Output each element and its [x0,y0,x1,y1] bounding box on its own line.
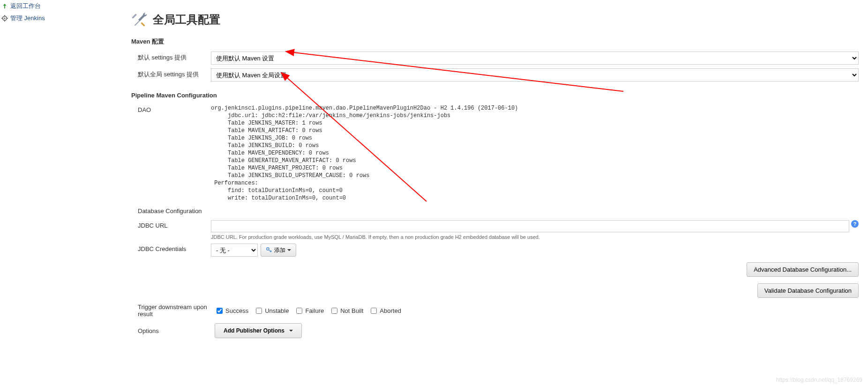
trigger-aborted[interactable]: Aborted [369,306,401,315]
trigger-failure-checkbox[interactable] [296,308,302,314]
maven-section-title: Maven 配置 [131,37,859,46]
trigger-aborted-checkbox[interactable] [371,308,377,314]
jdbc-credentials-select[interactable]: - 无 - [211,244,258,257]
nav-manage-link[interactable]: 管理 Jenkins [10,14,45,22]
dao-details: org.jenkinsci.plugins.pipeline.maven.dao… [211,104,859,202]
page-header: 全局工具配置 [131,10,859,29]
key-icon [266,247,272,253]
tools-icon [131,10,150,29]
arrow-up-icon [1,2,8,10]
settings-provider-label: 默认 settings 提供 [131,50,211,67]
settings-provider-select[interactable]: 使用默认 Maven 设置 [211,52,859,65]
page-title: 全局工具配置 [153,12,220,27]
jdbc-url-label: JDBC URL [131,218,211,242]
jdbc-url-input[interactable] [211,220,849,232]
sidebar: 返回工作台 管理 Jenkins [0,0,131,341]
svg-rect-6 [141,22,145,26]
pipeline-section-title: Pipeline Maven Configuration [131,92,859,99]
advanced-db-config-button[interactable]: Advanced Database Configuration... [747,262,859,277]
main-content: 全局工具配置 Maven 配置 默认 settings 提供 使用默认 Mave… [131,0,868,341]
svg-rect-7 [132,14,137,19]
chevron-down-icon [289,330,293,332]
help-icon[interactable]: ? [851,220,859,228]
trigger-label: Trigger downstream upon result [138,304,211,318]
trigger-not-built-checkbox[interactable] [331,308,337,314]
add-publisher-options-button[interactable]: Add Publisher Options [215,323,302,338]
trigger-failure[interactable]: Failure [294,306,324,315]
trigger-success-checkbox[interactable] [217,308,223,314]
trigger-unstable[interactable]: Unstable [254,306,289,315]
global-settings-provider-label: 默认全局 settings 提供 [131,67,211,83]
jdbc-credentials-label: JDBC Credentials [131,242,211,259]
global-settings-provider-select[interactable]: 使用默认 Maven 全局设置 [211,68,859,81]
nav-back-to-dashboard[interactable]: 返回工作台 [0,0,128,12]
nav-manage-jenkins[interactable]: 管理 Jenkins [0,12,128,24]
chevron-down-icon [287,249,291,251]
trigger-success[interactable]: Success [215,306,248,315]
jdbc-url-help: JDBC URL. For production grade workloads… [211,234,859,240]
trigger-unstable-checkbox[interactable] [256,308,262,314]
validate-db-config-button[interactable]: Validate Database Configuration [757,283,859,298]
dao-label: DAO [131,103,211,204]
svg-point-1 [4,17,5,19]
trigger-not-built[interactable]: Not Built [329,306,363,315]
gear-icon [1,15,8,22]
add-credentials-button[interactable]: 添加 [261,244,296,257]
database-config-label: Database Configuration [131,204,211,218]
options-label: Options [138,327,211,334]
nav-back-link[interactable]: 返回工作台 [10,2,41,10]
